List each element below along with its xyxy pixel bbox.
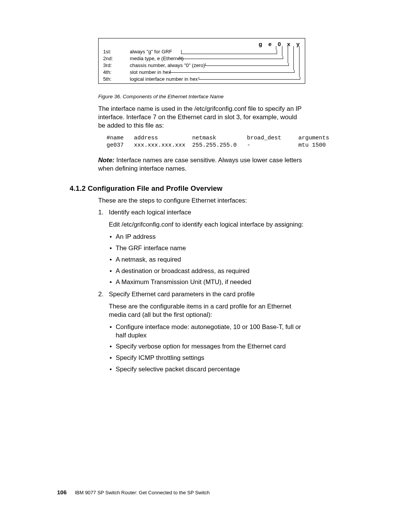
list-item: A netmask, as required	[109, 256, 306, 264]
step-1: Identify each logical interface Edit /et…	[98, 208, 306, 286]
fig-row-3-ord: 3rd:	[103, 63, 126, 68]
connector-g	[181, 50, 277, 54]
step-2-sub: These are the configurable items in a ca…	[109, 302, 306, 319]
steps-list: Identify each logical interface Edit /et…	[98, 208, 306, 373]
connector-x	[170, 70, 295, 73]
connector-e	[180, 56, 283, 59]
content-column: g e 0 x y 1st: always "g" for GRF 2nd: m…	[98, 38, 306, 374]
list-item: Specify ICMP throttling settings	[109, 354, 306, 362]
page: g e 0 x y 1st: always "g" for GRF 2nd: m…	[0, 0, 411, 532]
page-number: 106	[57, 489, 67, 495]
connector-y	[199, 77, 300, 80]
list-item: An IP address	[109, 233, 306, 241]
list-item: Specify selective packet discard percent…	[109, 365, 306, 374]
riser-y	[299, 46, 299, 77]
fig-row-1-ord: 1st:	[103, 49, 126, 54]
step-2-title: Specify Ethernet card parameters in the …	[109, 290, 306, 299]
riser-e	[282, 46, 282, 56]
step-1-bullets: An IP address The GRF interface name A n…	[109, 233, 306, 286]
steps-intro: These are the steps to configure Etherne…	[98, 197, 306, 205]
fig-row-5-desc: logical interface number in hex	[130, 77, 198, 81]
list-item: The GRF interface name	[109, 244, 306, 252]
riser-x	[293, 46, 294, 70]
fig-row-4-desc: slot number in hex	[130, 70, 171, 75]
figure-header-chars: g e 0 x y	[259, 41, 302, 47]
list-item: A destination or broadcast address, as r…	[109, 267, 306, 275]
fig-row-2-desc: media type, e (Ethernet)	[130, 56, 183, 61]
list-item: Specify verbose option for messages from…	[109, 342, 306, 351]
fig-row-2-ord: 2nd:	[103, 56, 126, 61]
step-2-bullets: Configure interface mode: autonegotiate,…	[109, 323, 306, 374]
fig-row-1-desc: always "g" for GRF	[130, 49, 172, 54]
note-body: Interface names are case sensitive. Alwa…	[98, 157, 302, 172]
footer-title: IBM 9077 SP Switch Router: Get Connected…	[75, 490, 210, 495]
riser-0	[288, 46, 288, 63]
step-2: Specify Ethernet card parameters in the …	[98, 290, 306, 374]
figure-box: g e 0 x y 1st: always "g" for GRF 2nd: m…	[98, 38, 305, 84]
note-label: Note:	[98, 157, 115, 164]
step-1-title: Identify each logical interface	[109, 208, 306, 217]
note-paragraph: Note: Interface names are case sensitive…	[98, 156, 306, 173]
list-item: A Maximum Transmission Unit (MTU), if ne…	[109, 278, 306, 286]
figure-caption: Figure 36. Components of the Ethernet In…	[98, 94, 306, 99]
code-block: #name address netmask broad_dest argumen…	[107, 135, 306, 149]
paragraph-intro: The interface name is used in the /etc/g…	[98, 105, 306, 129]
section-heading: 4.1.2 Configuration File and Profile Ove…	[70, 184, 306, 193]
page-footer: 106 IBM 9077 SP Switch Router: Get Conne…	[57, 489, 210, 495]
list-item: Configure interface mode: autonegotiate,…	[109, 323, 306, 340]
step-1-sub: Edit /etc/grifconfig.conf to identify ea…	[109, 220, 306, 229]
fig-row-3-desc: chassis number, always "0" (zero)	[130, 63, 205, 68]
riser-g	[276, 46, 276, 50]
connector-0	[205, 63, 289, 66]
fig-row-4-ord: 4th:	[103, 70, 126, 75]
fig-row-5-ord: 5th:	[103, 77, 126, 81]
